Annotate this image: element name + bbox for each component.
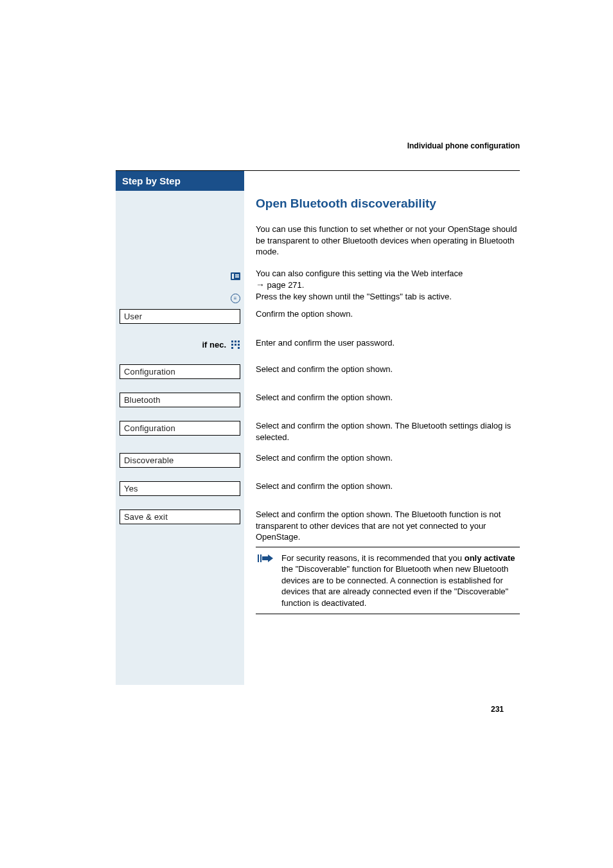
select-bluetooth-text: Select and confirm the option shown. [256,390,520,418]
menu-yes: Yes [120,481,240,496]
page-number: 231 [491,705,504,714]
sidebar-header: Step by Step [116,171,244,191]
select-configuration-text: Select and confirm the option shown. [256,362,520,390]
settings-key-icon: ≡ [230,294,240,303]
select-discoverable-text: Select and confirm the option shown. [256,450,520,479]
content-column: Open Bluetooth discoverability You can u… [256,171,520,685]
menu-bluetooth: Bluetooth [120,393,240,407]
security-note: For security reasons, it is recommended … [256,547,520,615]
security-note-text: For security reasons, it is recommended … [281,553,520,609]
web-interface-icon [230,272,240,281]
header-divider: Individual phone configuration [116,141,520,171]
header-section-title: Individual phone configuration [116,141,520,154]
select-configuration2-text: Select and confirm the option shown. The… [256,418,520,450]
content-title: Open Bluetooth discoverability [256,197,520,211]
password-text: Enter and confirm the user password. [256,333,520,362]
note-arrow-icon [258,554,273,563]
settings-key-text: Press the key shown until the "Settings"… [256,291,520,306]
if-nec-label: if nec. [202,340,240,350]
menu-user: User [120,309,240,324]
menu-configuration-2: Configuration [120,421,240,436]
web-interface-note: You can also configure this setting via … [256,268,520,291]
confirm-user-text: Confirm the option shown. [256,306,520,333]
menu-discoverable: Discoverable [120,453,240,468]
menu-save-exit: Save & exit [120,509,240,524]
select-yes-text: Select and confirm the option shown. [256,479,520,507]
menu-configuration-1: Configuration [120,364,240,379]
select-save-text: Select and confirm the option shown. The… [256,507,520,543]
step-by-step-sidebar: Step by Step ≡ User [116,171,244,685]
intro-text: You can use this function to set whether… [256,224,520,258]
keypad-icon [230,341,240,350]
